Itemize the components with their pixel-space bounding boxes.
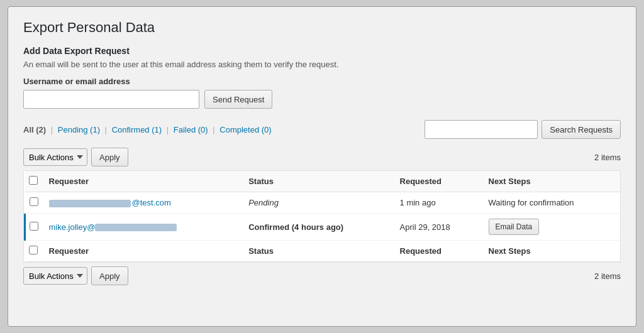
bulk-actions-top: Bulk Actions Apply 2 items bbox=[23, 144, 621, 170]
filter-confirmed[interactable]: Confirmed (1) bbox=[112, 125, 162, 134]
row1-email-suffix[interactable]: @test.com bbox=[132, 198, 171, 207]
select-all-col bbox=[25, 171, 43, 192]
footer-col-status: Status bbox=[242, 241, 393, 262]
row1-next-steps: Waiting for confirmation bbox=[482, 192, 621, 214]
table-footer-header-row: Requester Status Requested Next Steps bbox=[25, 241, 621, 262]
bulk-actions-bottom: Bulk Actions Apply 2 items bbox=[23, 263, 621, 285]
bulk-apply-button-top[interactable]: Apply bbox=[91, 148, 128, 166]
col-requester: Requester bbox=[43, 171, 243, 192]
main-window: Export Personal Data Add Data Export Req… bbox=[8, 6, 636, 327]
row2-email-prefix[interactable]: mike.jolley@ bbox=[49, 222, 96, 232]
row1-next-steps-text: Waiting for confirmation bbox=[489, 198, 574, 207]
row2-requested-text: April 29, 2018 bbox=[400, 222, 450, 232]
row2-requested: April 29, 2018 bbox=[394, 214, 482, 241]
add-request-form: Send Request bbox=[23, 90, 621, 109]
page-title: Export Personal Data bbox=[23, 19, 621, 36]
row2-status: Confirmed (4 hours ago) bbox=[242, 214, 393, 241]
items-count-top: 2 items bbox=[594, 153, 621, 162]
row1-email-blur bbox=[49, 200, 131, 207]
col-requested: Requested bbox=[394, 171, 482, 192]
search-requests-input[interactable] bbox=[425, 120, 538, 139]
filter-completed[interactable]: Completed (0) bbox=[219, 125, 271, 134]
row2-status-text: Confirmed (4 hours ago) bbox=[248, 222, 343, 232]
col-next-steps: Next Steps bbox=[482, 171, 621, 192]
filter-failed[interactable]: Failed (0) bbox=[174, 125, 208, 134]
search-requests-button[interactable]: Search Requests bbox=[541, 120, 621, 139]
form-label: Username or email address bbox=[23, 77, 621, 86]
items-count-bottom: 2 items bbox=[594, 271, 621, 281]
filter-pending[interactable]: Pending (1) bbox=[58, 125, 100, 134]
send-request-button[interactable]: Send Request bbox=[204, 90, 272, 109]
select-all-checkbox[interactable] bbox=[29, 176, 38, 185]
footer-col-requested: Requested bbox=[394, 241, 482, 262]
row1-status-text: Pending bbox=[248, 198, 279, 207]
row1-requested-text: 1 min ago bbox=[400, 198, 436, 207]
row1-status: Pending bbox=[242, 192, 393, 214]
filter-all[interactable]: All (2) bbox=[23, 125, 46, 134]
col-status: Status bbox=[242, 171, 393, 192]
row1-checkbox[interactable] bbox=[30, 197, 38, 206]
table-row: @test.com Pending 1 min ago Waiting for … bbox=[25, 192, 621, 214]
row1-requested: 1 min ago bbox=[394, 192, 482, 214]
row2-next-steps: Email Data bbox=[482, 214, 621, 241]
search-box: Search Requests bbox=[425, 120, 621, 139]
bulk-actions-select-bottom[interactable]: Bulk Actions bbox=[23, 267, 87, 285]
row2-checkbox[interactable] bbox=[30, 222, 38, 231]
table-row: mike.jolley@ Confirmed (4 hours ago) Apr… bbox=[25, 214, 621, 241]
username-email-input[interactable] bbox=[23, 90, 199, 109]
table-header-row: Requester Status Requested Next Steps bbox=[25, 171, 621, 192]
footer-cb-col bbox=[25, 241, 43, 262]
row1-requester: @test.com bbox=[43, 192, 243, 214]
footer-select-all-checkbox[interactable] bbox=[29, 246, 38, 254]
bulk-apply-button-bottom[interactable]: Apply bbox=[91, 266, 128, 285]
row1-cb-col bbox=[25, 192, 43, 214]
footer-col-next-steps: Next Steps bbox=[482, 241, 621, 262]
requests-table: Requester Status Requested Next Steps @t… bbox=[24, 171, 620, 262]
add-request-heading: Add Data Export Request bbox=[23, 46, 621, 56]
row2-requester: mike.jolley@ bbox=[43, 214, 243, 241]
email-data-button[interactable]: Email Data bbox=[489, 219, 540, 235]
requests-table-wrap: Requester Status Requested Next Steps @t… bbox=[23, 170, 621, 263]
filter-bar: All (2) | Pending (1) | Confirmed (1) | … bbox=[23, 120, 621, 139]
description-text: An email will be sent to the user at thi… bbox=[23, 60, 621, 69]
row2-email-blur bbox=[95, 224, 177, 231]
row2-cb-col bbox=[25, 214, 43, 241]
bulk-actions-select-top[interactable]: Bulk Actions bbox=[23, 148, 87, 166]
footer-col-requester: Requester bbox=[43, 241, 243, 262]
filter-links: All (2) | Pending (1) | Confirmed (1) | … bbox=[23, 125, 272, 134]
